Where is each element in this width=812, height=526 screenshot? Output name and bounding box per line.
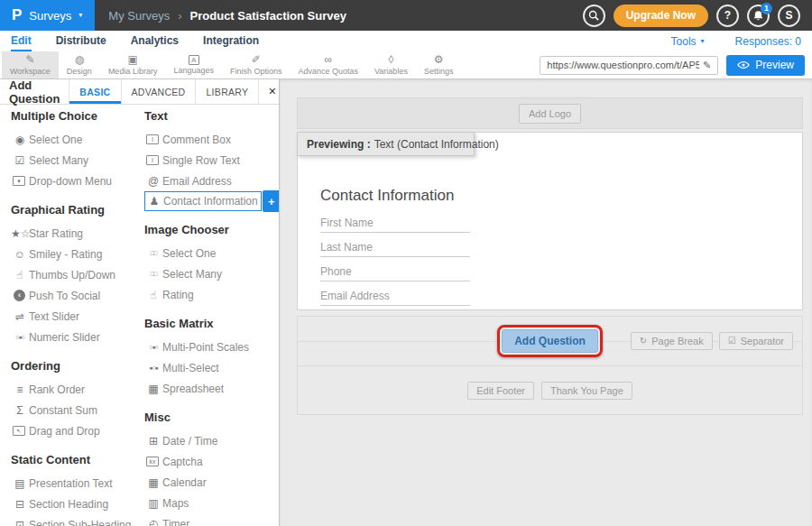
page-break-button[interactable]: ↻ Page Break: [631, 332, 713, 350]
product-switcher[interactable]: P Surveys ▾: [0, 0, 95, 31]
contact-field[interactable]: First Name: [320, 208, 470, 233]
question-type-item[interactable]: ●○● Multi-Select: [144, 357, 273, 378]
question-type-item[interactable]: kx Captcha: [144, 451, 273, 472]
multi-select-icon: ●○●: [144, 365, 162, 371]
rank-order-icon: ≡: [11, 384, 29, 395]
question-type-item[interactable]: ‹ Push To Social: [11, 285, 144, 306]
media-library-icon: ▣: [127, 54, 137, 66]
main-area: Add Question BASIC ADVANCED LIBRARY ✕ Mu…: [0, 79, 812, 526]
question-type-item[interactable]: ★☆ Star Rating: [11, 223, 144, 244]
spreadsheet-icon: ▦: [144, 383, 162, 394]
add-question-panel: Add Question BASIC ADVANCED LIBRARY ✕ Mu…: [0, 79, 280, 526]
help-button[interactable]: ?: [716, 5, 739, 27]
question-type-item[interactable]: ◉ Select One: [11, 129, 144, 150]
section-heading: Static Content: [11, 452, 144, 468]
question-type-item[interactable]: ☝ Rating: [144, 284, 273, 305]
search-button[interactable]: [583, 5, 605, 27]
section-heading: Image Chooser: [144, 222, 273, 238]
avatar[interactable]: S: [778, 5, 800, 27]
toolbar-item[interactable]: ✎ Workspace: [2, 51, 59, 78]
contact-field[interactable]: Last Name: [320, 233, 470, 257]
thank-you-page-button[interactable]: Thank You Page: [541, 382, 632, 400]
question-type-item[interactable]: ⊡ Section Sub-Heading: [11, 514, 144, 526]
panel-tabs: BASIC ADVANCED LIBRARY: [69, 79, 258, 104]
question-type-item[interactable]: ♟ Contact Information +: [144, 191, 262, 211]
panel-tab[interactable]: ADVANCED: [121, 79, 196, 104]
question-type-item[interactable]: ◴ Timer: [144, 513, 273, 526]
contact-fields: First Name Last Name Phone Email Address: [320, 208, 802, 306]
question-type-item[interactable]: @ Email Address: [144, 171, 273, 191]
constant-sum-icon: Σ: [11, 405, 29, 416]
form-title: Contact Information: [320, 187, 802, 205]
question-type-item[interactable]: □□ Select Many: [144, 263, 273, 284]
question-type-item[interactable]: ↖ Drag and Drop: [11, 420, 144, 441]
nav-right: Tools ▾ Responses: 0: [671, 31, 801, 51]
image-select-many-icon: □□: [144, 271, 162, 277]
question-type-item[interactable]: ▦ Spreadsheet: [144, 378, 273, 399]
question-type-item[interactable]: ○●○ Multi-Point Scales: [144, 337, 273, 357]
toolbar-items: ✎ Workspace ◍ Design ▣ Media Library A L…: [2, 51, 461, 78]
toolbar-item[interactable]: A Languages: [165, 51, 222, 78]
questionpro-logo-icon: P: [12, 6, 22, 24]
responses-link[interactable]: Responses: 0: [735, 35, 801, 48]
question-type-item[interactable]: ▾ Drop-down Menu: [11, 171, 144, 191]
question-type-item[interactable]: I Single Row Text: [144, 150, 273, 171]
question-type-item[interactable]: ≡ Rank Order: [11, 379, 144, 400]
toolbar-right: https://www.questionpro.com/t/AP53kZgUI …: [540, 51, 812, 78]
question-type-item[interactable]: Σ Constant Sum: [11, 400, 144, 420]
add-contact-information-button[interactable]: +: [263, 190, 279, 212]
question-type-item[interactable]: ⇌ Text Slider: [11, 306, 144, 327]
add-logo-button[interactable]: Add Logo: [519, 104, 581, 124]
question-type-item[interactable]: ⊟ Section Heading: [11, 494, 144, 514]
chevron-down-icon: ▾: [701, 38, 705, 45]
toolbar-item[interactable]: ▣ Media Library: [100, 51, 166, 78]
panel-tab[interactable]: LIBRARY: [195, 79, 258, 104]
nav-tab[interactable]: Integration: [203, 31, 259, 51]
question-type-item[interactable]: ▦ Calendar: [144, 472, 273, 493]
section-heading: Misc: [144, 410, 273, 426]
toolbar-item[interactable]: ◊ Variables: [366, 51, 416, 78]
question-type-item[interactable]: ☑ Select Many: [11, 150, 144, 171]
contact-field[interactable]: Email Address: [320, 281, 470, 306]
toolbar-item[interactable]: ⚙ Settings: [416, 51, 462, 78]
question-type-list: Multiple Choice ◉ Select One ☑ Select Ma…: [0, 105, 279, 526]
upgrade-now-button[interactable]: Upgrade Now: [614, 5, 708, 27]
nav-tab[interactable]: Edit: [11, 31, 32, 51]
image-rating-icon: ☝: [144, 290, 162, 300]
question-type-item[interactable]: ○●○ Numeric Slider: [11, 327, 144, 347]
eye-icon: [737, 60, 750, 69]
panel-title: Add Question: [0, 79, 69, 104]
separator-icon: ☑: [728, 337, 736, 346]
question-type-item[interactable]: ⊞ Date / Time: [144, 430, 273, 451]
contact-field[interactable]: Phone: [320, 257, 470, 281]
toolbar-item[interactable]: ∞ Advance Quotas: [290, 51, 366, 78]
preview-button[interactable]: Preview: [726, 55, 805, 76]
question-type-item[interactable]: ▥ Maps: [144, 493, 273, 513]
thumbs-up-down-icon: ☝: [11, 270, 29, 281]
finish-options-icon: ✐: [252, 54, 261, 66]
breadcrumb: My Surveys › Product Satisfaction Survey: [108, 0, 346, 31]
add-question-button[interactable]: Add Question: [502, 329, 598, 353]
question-type-item[interactable]: □□ Select One: [144, 243, 273, 263]
toolbar-item[interactable]: ◍ Design: [59, 51, 100, 78]
separator-button[interactable]: ☑ Separator: [719, 332, 793, 350]
survey-toolbar: ✎ Workspace ◍ Design ▣ Media Library A L…: [0, 51, 812, 79]
notifications-button[interactable]: 1: [747, 5, 770, 27]
nav-tab[interactable]: Analytics: [131, 31, 179, 51]
tools-menu[interactable]: Tools ▾: [671, 35, 705, 48]
question-type-item[interactable]: ☝ Thumbs Up/Down: [11, 264, 144, 285]
question-type-item[interactable]: ☺ Smiley - Rating: [11, 244, 144, 264]
nav-tab[interactable]: Distribute: [56, 31, 106, 51]
edit-footer-button[interactable]: Edit Footer: [467, 382, 534, 400]
survey-url-input[interactable]: https://www.questionpro.com/t/AP53kZgUI …: [540, 56, 718, 75]
question-type-item[interactable]: I Comment Box: [144, 129, 273, 150]
edit-url-icon[interactable]: ✎: [703, 60, 711, 71]
panel-tab[interactable]: BASIC: [69, 79, 120, 104]
annotation-highlight-ring: Add Question: [497, 325, 603, 357]
toolbar-item[interactable]: ✐ Finish Options: [222, 51, 291, 78]
design-icon: ◍: [75, 54, 84, 66]
breadcrumb-my-surveys[interactable]: My Surveys: [108, 9, 170, 23]
star-rating-icon: ★☆: [11, 228, 29, 239]
notification-badge: 1: [761, 3, 772, 14]
question-type-item[interactable]: ▤ Presentation Text: [11, 473, 144, 494]
